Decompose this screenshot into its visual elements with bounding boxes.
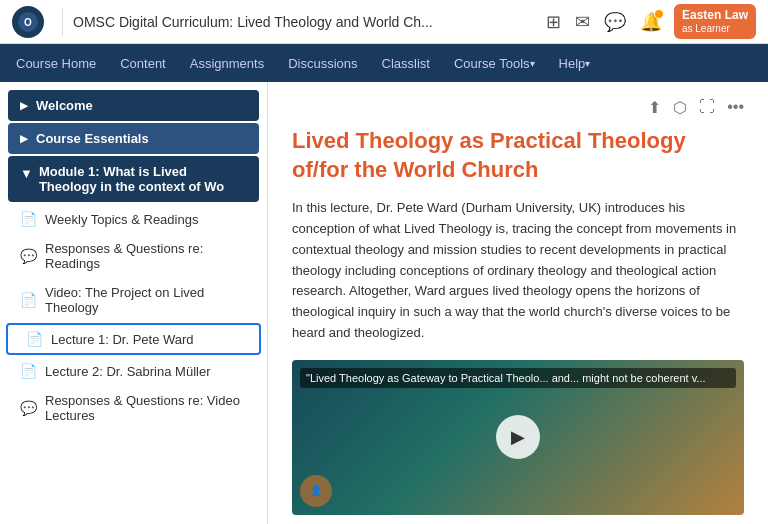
nav-bar: Course Home Content Assignments Discussi…: [0, 44, 768, 82]
avatar: 👤: [300, 475, 332, 507]
lecture-title: Lived Theology as Practical Theology of/…: [292, 127, 744, 184]
nav-course-home[interactable]: Course Home: [4, 44, 108, 82]
sidebar-item-label: Lecture 1: Dr. Pete Ward: [51, 332, 194, 347]
upload-icon[interactable]: ⬆: [648, 98, 661, 117]
sidebar-item-label: Responses & Questions re: Readings: [45, 241, 255, 271]
sidebar: ▶ Welcome ▶ Course Essentials ▼ Module 1…: [0, 82, 268, 524]
sidebar-item-label: Video: The Project on Lived Theology: [45, 285, 255, 315]
mail-icon[interactable]: ✉: [575, 11, 590, 33]
play-button[interactable]: ▶: [496, 415, 540, 459]
document-icon: 📄: [20, 292, 37, 308]
svg-text:O: O: [24, 17, 32, 28]
module-label: Module 1: What is Lived Theology in the …: [39, 164, 247, 194]
sidebar-item-lecture2[interactable]: 📄 Lecture 2: Dr. Sabrina Müller: [0, 356, 267, 386]
chat-icon: 💬: [20, 400, 37, 416]
user-badge[interactable]: Easten Law as Learner: [674, 4, 756, 38]
sidebar-item-responses-readings[interactable]: 💬 Responses & Questions re: Readings: [0, 234, 267, 278]
main-content: ⬆ ⬡ ⛶ ••• Lived Theology as Practical Th…: [268, 82, 768, 524]
sidebar-item-weekly-topics[interactable]: 📄 Weekly Topics & Readings: [0, 204, 267, 234]
fullscreen-icon[interactable]: ⛶: [699, 98, 715, 117]
nav-assignments[interactable]: Assignments: [178, 44, 276, 82]
chat-icon: 💬: [20, 248, 37, 264]
sidebar-item-lecture1[interactable]: 📄 Lecture 1: Dr. Pete Ward: [6, 323, 261, 355]
user-name: Easten Law: [682, 8, 748, 22]
page-title: OMSC Digital Curriculum: Lived Theology …: [73, 14, 546, 30]
sidebar-item-label: Lecture 2: Dr. Sabrina Müller: [45, 364, 210, 379]
video-caption: "Lived Theology as Gateway to Practical …: [300, 368, 736, 388]
video-thumbnail[interactable]: "Lived Theology as Gateway to Practical …: [292, 360, 744, 515]
content-area: ▶ Welcome ▶ Course Essentials ▼ Module 1…: [0, 82, 768, 524]
bell-icon[interactable]: 🔔: [640, 11, 662, 33]
arrow-icon: ▶: [20, 100, 28, 111]
arrow-icon: ▼: [20, 166, 33, 181]
grid-icon[interactable]: ⊞: [546, 11, 561, 33]
sidebar-item-label: Responses & Questions re: Video Lectures: [45, 393, 255, 423]
user-role: as Learner: [682, 23, 730, 35]
nav-classlist[interactable]: Classlist: [370, 44, 442, 82]
module-section: ▼ Module 1: What is Lived Theology in th…: [0, 156, 267, 430]
lecture-body: In this lecture, Dr. Pete Ward (Durham U…: [292, 198, 744, 344]
sidebar-item-responses-video[interactable]: 💬 Responses & Questions re: Video Lectur…: [0, 386, 267, 430]
sidebar-module-header[interactable]: ▼ Module 1: What is Lived Theology in th…: [8, 156, 259, 202]
sidebar-item-label: Weekly Topics & Readings: [45, 212, 198, 227]
chat-icon[interactable]: 💬: [604, 11, 626, 33]
welcome-section: ▶ Welcome: [0, 90, 267, 121]
essentials-label: Course Essentials: [36, 131, 149, 146]
nav-discussions[interactable]: Discussions: [276, 44, 369, 82]
sidebar-item-video-project[interactable]: 📄 Video: The Project on Lived Theology: [0, 278, 267, 322]
sidebar-essentials-header[interactable]: ▶ Course Essentials: [8, 123, 259, 154]
external-icon[interactable]: ⬡: [673, 98, 687, 117]
nav-course-tools[interactable]: Course Tools: [442, 44, 547, 82]
document-icon: 📄: [20, 363, 37, 379]
essentials-section: ▶ Course Essentials: [0, 123, 267, 154]
top-bar: O OMSC Digital Curriculum: Lived Theolog…: [0, 0, 768, 44]
document-icon: 📄: [20, 211, 37, 227]
nav-help[interactable]: Help: [547, 44, 603, 82]
more-icon[interactable]: •••: [727, 98, 744, 117]
divider: [62, 8, 63, 36]
toolbar-icons: ⬆ ⬡ ⛶ •••: [292, 98, 744, 117]
arrow-icon: ▶: [20, 133, 28, 144]
nav-content[interactable]: Content: [108, 44, 178, 82]
welcome-label: Welcome: [36, 98, 93, 113]
top-icons: ⊞ ✉ 💬 🔔: [546, 11, 662, 33]
document-icon: 📄: [26, 331, 43, 347]
sidebar-welcome-header[interactable]: ▶ Welcome: [8, 90, 259, 121]
logo: O: [12, 6, 44, 38]
